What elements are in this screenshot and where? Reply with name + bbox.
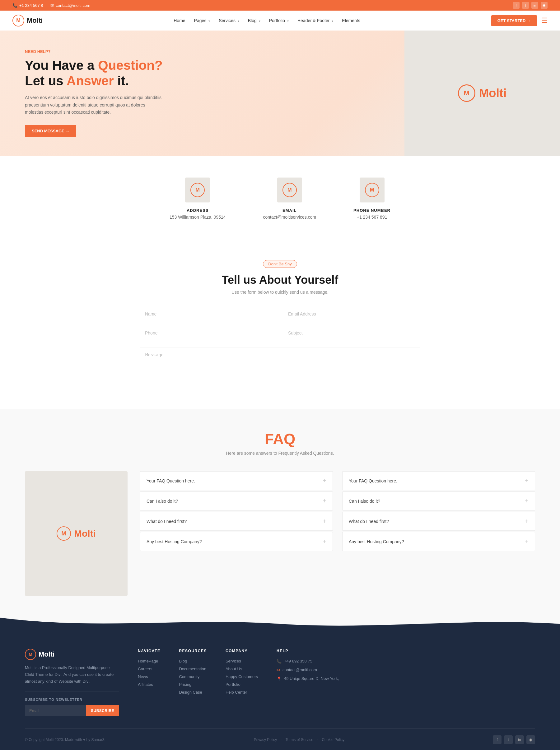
nav-header-footer[interactable]: Header & Footer ▾	[297, 18, 333, 23]
hero-logo-circle: M	[458, 84, 475, 102]
faq-title: FAQ	[25, 431, 535, 448]
footer-link-happy-customers[interactable]: Happy Customers	[226, 674, 258, 679]
footer-link-documentation[interactable]: Documentation	[179, 667, 207, 671]
faq-column-left: Your FAQ Question here. + Can I also do …	[140, 471, 333, 596]
hero-tag: NEED HELP?	[25, 49, 386, 54]
footer-link-community[interactable]: Community	[179, 674, 207, 679]
email-input[interactable]	[283, 307, 420, 321]
footer-link-careers[interactable]: Careers	[138, 667, 160, 671]
footer-twitter-icon[interactable]: t	[504, 735, 513, 744]
faq-subtitle: Here are some answers to Frequently Aske…	[25, 451, 535, 456]
contact-cards: M ADDRESS 153 Williamson Plaza, 09514 M …	[0, 156, 560, 241]
topbar-email: ✉ contact@molti.com	[50, 3, 90, 8]
footer-link-homepage[interactable]: HomePage	[138, 659, 160, 664]
instagram-icon[interactable]: in	[532, 2, 538, 9]
cookie-policy-link[interactable]: Cookie Policy	[322, 737, 345, 742]
dribbble-icon[interactable]: ◉	[541, 2, 547, 9]
footer-link-news[interactable]: News	[138, 674, 160, 679]
nav-home[interactable]: Home	[173, 18, 185, 23]
expand-icon: +	[323, 518, 326, 525]
email-logo: M	[283, 183, 297, 197]
footer-facebook-icon[interactable]: f	[493, 735, 501, 744]
help-heading: HELP	[276, 649, 339, 653]
footer-columns: NAVIGATE HomePage Careers News Affiliate…	[138, 649, 535, 716]
faq-header: FAQ Here are some answers to Frequently …	[25, 431, 535, 456]
faq-item[interactable]: Can I also do it? +	[140, 492, 333, 511]
footer-logo-circle: M	[25, 649, 36, 660]
expand-icon: +	[323, 497, 326, 505]
faq-logo-circle: M	[57, 526, 71, 541]
twitter-icon[interactable]: t	[522, 2, 529, 9]
footer-link-services[interactable]: Services	[226, 659, 258, 664]
footer-instagram-icon[interactable]: in	[515, 735, 524, 744]
nav-blog[interactable]: Blog ▾	[248, 18, 261, 23]
phone-input[interactable]	[140, 326, 277, 340]
facebook-icon[interactable]: f	[513, 2, 520, 9]
faq-item[interactable]: Any best Hosting Company? +	[342, 532, 535, 551]
newsletter-email-input[interactable]	[25, 705, 86, 716]
email-icon: ✉	[50, 3, 54, 8]
hamburger-icon[interactable]: ☰	[541, 17, 547, 25]
subscribe-button[interactable]: SUBSCRIBE	[86, 705, 119, 716]
get-started-button[interactable]: GET STARTED →	[491, 15, 537, 26]
address-icon-box: M	[185, 178, 210, 202]
faq-item[interactable]: Can I also do it? +	[342, 492, 535, 511]
faq-body: M Molti Your FAQ Question here. + Can I …	[25, 471, 535, 596]
expand-icon: +	[323, 477, 326, 484]
contact-card-address: M ADDRESS 153 Williamson Plaza, 09514	[169, 178, 226, 220]
footer-social: f t in ◉	[493, 735, 535, 744]
name-input[interactable]	[140, 307, 277, 321]
footer-link-blog[interactable]: Blog	[179, 659, 207, 664]
faq-column-right: Your FAQ Question here. + Can I also do …	[342, 471, 535, 596]
footer-link-about-us[interactable]: About Us	[226, 667, 258, 671]
address-value: 153 Williamson Plaza, 09514	[169, 215, 226, 220]
expand-icon: +	[525, 538, 528, 545]
help-phone: 📞 +49 892 358 75	[276, 659, 339, 664]
phone-title: PHONE NUMBER	[353, 208, 391, 213]
faq-item[interactable]: Any best Hosting Company? +	[140, 532, 333, 551]
hero-left: NEED HELP? You Have a Question? Let us A…	[0, 31, 405, 156]
footer-link-affiliates[interactable]: Affiliates	[138, 682, 160, 687]
nav-portfolio[interactable]: Portfolio ▾	[269, 18, 289, 23]
faq-columns: Your FAQ Question here. + Can I also do …	[140, 471, 535, 596]
privacy-policy-link[interactable]: Privacy Policy	[254, 737, 277, 742]
help-email: ✉ contact@molti.com	[276, 668, 339, 672]
message-input[interactable]	[140, 348, 420, 385]
wave-divider	[0, 618, 560, 630]
topbar-left: 📞 +1 234 567 8 ✉ contact@molti.com	[13, 3, 90, 8]
hero-right: M Molti	[405, 31, 560, 156]
navbar: M Molti Home Pages ▾ Services ▾ Blog ▾ P…	[0, 11, 560, 31]
faq-item[interactable]: What do I need first? +	[342, 512, 535, 531]
form-section: Don't Be Shy Tell us About Yourself Use …	[0, 241, 560, 409]
nav-services[interactable]: Services ▾	[219, 18, 239, 23]
footer-link-help-center[interactable]: Help Center	[226, 690, 258, 694]
nav-pages[interactable]: Pages ▾	[194, 18, 210, 23]
send-message-button[interactable]: SEND MESSAGE →	[25, 125, 76, 137]
footer: M Molti Molti is a Professionally Design…	[0, 630, 560, 750]
footer-link-portfolio[interactable]: Portfolio	[226, 682, 258, 687]
copyright: © Copyright Molti 2020. Made with ♥ by S…	[25, 737, 105, 742]
faq-item[interactable]: Your FAQ Question here. +	[140, 471, 333, 490]
form-tag: Don't Be Shy	[263, 260, 297, 268]
topbar-phone: 📞 +1 234 567 8	[13, 3, 43, 8]
nav-elements[interactable]: Elements	[342, 18, 360, 23]
hero-logo-name: Molti	[479, 86, 507, 100]
footer-link-pricing[interactable]: Pricing	[179, 682, 207, 687]
company-heading: COMPANY	[226, 649, 258, 653]
faq-item[interactable]: What do I need first? +	[140, 512, 333, 531]
terms-link[interactable]: Terms of Service	[286, 737, 313, 742]
footer-desc: Molti is a Professionally Designed Multi…	[25, 664, 119, 691]
address-logo: M	[190, 183, 205, 197]
form-title: Tell us About Yourself	[25, 274, 535, 287]
footer-link-design-case[interactable]: Design Case	[179, 690, 207, 694]
nav-right: GET STARTED → ☰	[491, 15, 547, 26]
contact-card-email: M EMAIL contact@moltiservices.com	[263, 178, 316, 220]
contact-form	[140, 307, 420, 385]
navigate-heading: NAVIGATE	[138, 649, 160, 653]
top-bar: 📞 +1 234 567 8 ✉ contact@molti.com f t i…	[0, 0, 560, 11]
address-title: ADDRESS	[187, 208, 209, 213]
subject-input[interactable]	[283, 326, 420, 340]
faq-item[interactable]: Your FAQ Question here. +	[342, 471, 535, 490]
phone-icon: 📞	[13, 3, 17, 8]
footer-dribbble-icon[interactable]: ◉	[526, 735, 535, 744]
